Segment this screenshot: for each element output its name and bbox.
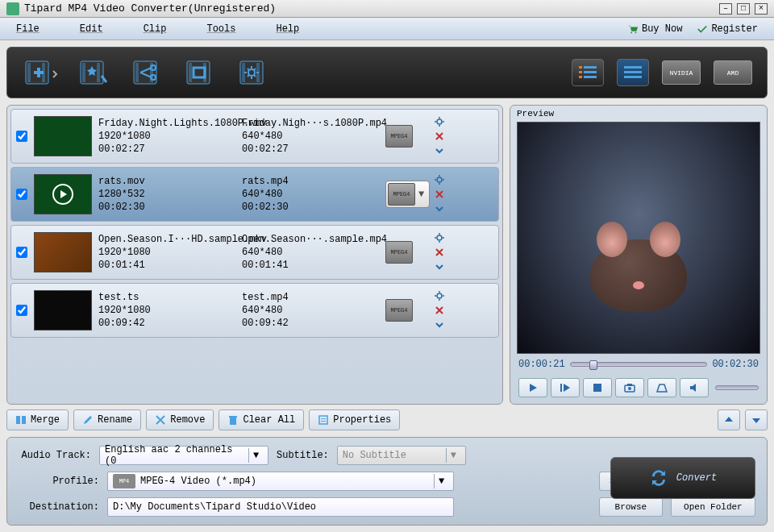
view-detail-button[interactable] xyxy=(617,59,649,86)
preview-panel: Preview 00:00:21 00:02:30 xyxy=(510,105,768,405)
nvidia-badge: NVIDIA xyxy=(662,60,701,85)
svg-rect-35 xyxy=(593,384,601,392)
row-settings-icon[interactable] xyxy=(434,290,445,301)
thumbnail xyxy=(34,290,92,330)
clear-all-button[interactable]: Clear All xyxy=(218,409,304,430)
row-delete-icon[interactable] xyxy=(434,305,445,316)
snapshot-button[interactable] xyxy=(615,378,644,397)
file-row[interactable]: rats.mov1280*53200:02:30 rats.mp4640*480… xyxy=(10,167,499,222)
row-settings-icon[interactable] xyxy=(434,174,445,185)
menubar: File Edit Clip Tools Help Buy Now Regist… xyxy=(0,18,774,40)
file-checkbox[interactable] xyxy=(16,305,27,316)
window-controls: – □ × xyxy=(719,3,768,15)
menu-edit[interactable]: Edit xyxy=(80,23,103,35)
add-file-button[interactable] xyxy=(22,56,62,89)
fullscreen-button[interactable] xyxy=(647,378,676,397)
output-info: rats.mp4640*48000:02:30 xyxy=(242,175,379,214)
svg-rect-7 xyxy=(97,63,100,82)
settings-button[interactable] xyxy=(235,56,275,89)
destination-input[interactable]: D:\My Documents\Tipard Studio\Video xyxy=(107,497,454,517)
preview-label: Preview xyxy=(510,106,767,122)
format-badge: MPEG4 xyxy=(385,241,413,264)
mute-button[interactable] xyxy=(680,378,709,397)
mpeg4-icon: MP4 xyxy=(113,474,135,488)
file-row[interactable]: Friday.Night.Lights.1080P.wmv1920*108000… xyxy=(10,109,499,164)
chevron-down-icon: ▼ xyxy=(434,474,448,488)
rename-button[interactable]: Rename xyxy=(73,409,141,430)
effects-button[interactable] xyxy=(75,56,115,89)
output-info: Friday.Nigh···s.1080P.mp4640*48000:02:27 xyxy=(242,117,379,156)
menu-file[interactable]: File xyxy=(16,23,40,35)
menu-tools[interactable]: Tools xyxy=(206,23,235,35)
preview-current-time: 00:00:21 xyxy=(518,359,565,370)
format-selector[interactable]: MPEG4▼ xyxy=(385,181,430,208)
view-list-button[interactable] xyxy=(572,59,604,86)
maximize-button[interactable]: □ xyxy=(737,3,750,15)
audio-track-select[interactable]: English aac 2 channels (0 ▼ xyxy=(99,446,268,465)
play-button[interactable] xyxy=(518,378,547,397)
thumbnail xyxy=(34,232,92,272)
move-down-button[interactable] xyxy=(745,409,768,430)
row-expand-icon[interactable] xyxy=(434,145,445,156)
svg-rect-21 xyxy=(579,66,582,69)
row-actions xyxy=(432,232,447,272)
browse-button[interactable]: Browse xyxy=(599,497,663,517)
minimize-button[interactable]: – xyxy=(719,3,732,15)
row-delete-icon[interactable] xyxy=(434,247,445,258)
file-checkbox[interactable] xyxy=(16,189,27,200)
svg-rect-23 xyxy=(579,71,582,73)
open-folder-button[interactable]: Open Folder xyxy=(671,497,755,517)
svg-rect-24 xyxy=(584,71,597,73)
row-expand-icon[interactable] xyxy=(434,261,445,272)
properties-button[interactable]: Properties xyxy=(309,409,400,430)
menu-clip[interactable]: Clip xyxy=(144,23,167,35)
seek-slider[interactable] xyxy=(570,362,708,367)
info-icon xyxy=(318,414,329,426)
svg-rect-40 xyxy=(22,416,26,424)
remove-button[interactable]: Remove xyxy=(146,409,214,430)
source-info: test.ts1920*108000:09:42 xyxy=(98,291,235,330)
preview-total-time: 00:02:30 xyxy=(712,359,759,370)
trash-icon xyxy=(227,414,239,426)
merge-icon xyxy=(15,414,27,426)
svg-rect-9 xyxy=(135,63,139,82)
step-button[interactable] xyxy=(551,378,580,397)
svg-rect-41 xyxy=(230,418,236,425)
format-badge: MPEG4 xyxy=(385,299,413,322)
thumbnail xyxy=(34,174,92,214)
chevron-down-icon: ▼ xyxy=(446,448,460,463)
file-checkbox[interactable] xyxy=(16,131,27,142)
row-expand-icon[interactable] xyxy=(434,203,445,214)
svg-rect-22 xyxy=(584,66,597,69)
file-row[interactable]: test.ts1920*108000:09:42 test.mp4640*480… xyxy=(10,283,499,338)
row-expand-icon[interactable] xyxy=(434,319,445,330)
row-settings-icon[interactable] xyxy=(434,232,445,243)
source-info: Friday.Night.Lights.1080P.wmv1920*108000… xyxy=(98,117,235,156)
file-checkbox[interactable] xyxy=(16,247,27,258)
profile-select[interactable]: MP4 MPEG-4 Video (*.mp4) ▼ xyxy=(107,472,454,491)
subtitle-select[interactable]: No Subtitle ▼ xyxy=(337,446,466,465)
subtitle-label: Subtitle: xyxy=(277,450,329,461)
svg-rect-27 xyxy=(624,66,642,69)
row-delete-icon[interactable] xyxy=(434,131,445,142)
svg-point-0 xyxy=(630,31,632,33)
crop-button[interactable] xyxy=(181,56,222,89)
register-link[interactable]: Register xyxy=(697,23,758,35)
volume-slider[interactable] xyxy=(715,385,759,390)
row-settings-icon[interactable] xyxy=(434,116,445,127)
svg-point-33 xyxy=(437,293,442,298)
stop-button[interactable] xyxy=(583,378,612,397)
merge-button[interactable]: Merge xyxy=(6,409,69,430)
svg-rect-29 xyxy=(624,76,642,78)
convert-button[interactable]: Convert xyxy=(610,457,755,499)
trim-button[interactable] xyxy=(128,56,169,89)
check-icon xyxy=(697,23,708,35)
menu-help[interactable]: Help xyxy=(276,23,299,35)
row-delete-icon[interactable] xyxy=(434,189,445,200)
close-button[interactable]: × xyxy=(755,3,768,15)
list-actions-bar: Merge Rename Remove Clear All Properties xyxy=(6,409,768,430)
profile-label: Profile: xyxy=(19,476,99,487)
file-row[interactable]: Open.Season.I···HD.sample.mkv1920*108000… xyxy=(10,225,499,280)
move-up-button[interactable] xyxy=(718,409,740,430)
buy-now-link[interactable]: Buy Now xyxy=(627,23,682,35)
